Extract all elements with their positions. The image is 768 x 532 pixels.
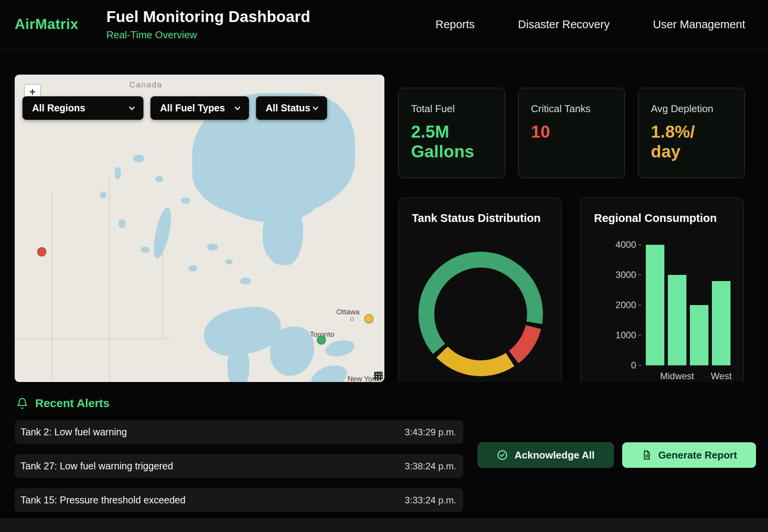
bar-0 <box>646 245 664 365</box>
bar-group <box>646 245 664 365</box>
region-filter-dropdown[interactable]: All Regions <box>22 96 143 120</box>
charts-row: Tank Status Distribution Regional Consum… <box>398 198 745 382</box>
acknowledge-all-label: Acknowledge All <box>514 449 594 461</box>
stat-label: Total Fuel <box>411 103 494 115</box>
small-lake <box>133 155 144 162</box>
chevron-down-icon <box>128 104 136 113</box>
map-label-country: Canada <box>129 80 162 89</box>
chart-title: Tank Status Distribution <box>412 212 541 225</box>
map-marker-normal[interactable] <box>317 336 326 344</box>
small-lake <box>225 259 233 264</box>
app-header: AirMatrix Fuel Monitoring Dashboard Real… <box>0 0 768 49</box>
lake-huron <box>270 327 314 376</box>
x-tick-label: Midwest <box>660 371 694 382</box>
small-lake <box>114 167 121 179</box>
small-lake <box>240 278 251 285</box>
lake-ontario <box>324 338 356 359</box>
stats-row: Total Fuel 2.5M Gallons Critical Tanks 1… <box>398 88 745 178</box>
alert-timestamp: 3:33:24 p.m. <box>405 495 456 506</box>
map-filters: All Regions All Fuel Types All Status <box>22 96 327 120</box>
tank-status-donut <box>418 252 543 376</box>
y-tick-label: 2000 <box>616 300 641 310</box>
nav-user-management[interactable]: User Management <box>653 18 745 31</box>
status-filter-value: All Status <box>266 102 310 114</box>
map[interactable]: Canada Ottawa Toronto New York + − All R… <box>15 75 384 382</box>
bell-icon <box>16 397 28 409</box>
alert-message: Tank 15: Pressure threshold exceeded <box>20 494 186 506</box>
small-lake <box>181 198 190 204</box>
small-lake <box>155 176 163 182</box>
lake-erie <box>308 361 350 382</box>
check-circle-icon <box>497 449 508 461</box>
province-border <box>52 191 53 382</box>
lake-michigan <box>227 345 249 382</box>
fuel-type-filter-dropdown[interactable]: All Fuel Types <box>150 96 249 120</box>
alert-timestamp: 3:43:29 p.m. <box>405 427 456 438</box>
stat-card-total-fuel: Total Fuel 2.5M Gallons <box>398 88 505 178</box>
small-lake <box>140 247 150 253</box>
page-subtitle: Real-Time Overview <box>106 29 310 41</box>
alert-row: Tank 2: Low fuel warning 3:43:29 p.m. <box>15 420 463 444</box>
tank-status-card: Tank Status Distribution <box>398 198 561 382</box>
y-tick-label: 1000 <box>616 330 641 341</box>
stat-card-avg-depletion: Avg Depletion 1.8%/ day <box>638 88 745 178</box>
map-label-ottawa: Ottawa <box>336 308 360 316</box>
resize-grip-icon[interactable] <box>374 372 383 380</box>
alert-timestamp: 3:38:24 p.m. <box>405 461 456 472</box>
province-border <box>162 250 163 339</box>
small-lake <box>100 191 106 198</box>
map-marker-critical[interactable] <box>37 247 46 256</box>
small-lake <box>118 219 126 228</box>
stat-value-critical-tanks: 10 <box>531 122 614 142</box>
generate-report-label: Generate Report <box>658 449 737 461</box>
us-canada-border <box>15 338 170 339</box>
alerts-heading-label: Recent Alerts <box>35 397 109 410</box>
bar-yaxis: 01000200030004000 <box>581 245 641 365</box>
document-icon <box>641 450 652 460</box>
fuel-type-filter-value: All Fuel Types <box>160 102 225 114</box>
bar-1 <box>668 275 686 365</box>
title-block: Fuel Monitoring Dashboard Real-Time Over… <box>106 8 310 41</box>
chevron-down-icon <box>233 104 242 113</box>
nav-disaster-recovery[interactable]: Disaster Recovery <box>518 18 610 31</box>
bar-group: West <box>712 245 730 365</box>
main-nav: Reports Disaster Recovery User Managemen… <box>435 18 745 31</box>
generate-report-button[interactable]: Generate Report <box>622 442 756 468</box>
stat-value-avg-depletion: 1.8%/ day <box>651 122 734 161</box>
stat-label: Critical Tanks <box>531 103 614 115</box>
page-title: Fuel Monitoring Dashboard <box>106 8 310 26</box>
nav-reports[interactable]: Reports <box>435 18 475 31</box>
acknowledge-all-button[interactable]: Acknowledge All <box>478 442 614 468</box>
status-filter-dropdown[interactable]: All Status <box>256 96 327 120</box>
regional-consumption-card: Regional Consumption 01000200030004000 M… <box>580 198 744 382</box>
small-lake <box>207 244 218 250</box>
alerts-heading: Recent Alerts <box>16 397 109 410</box>
bar-group <box>690 245 708 365</box>
small-lake <box>188 265 197 271</box>
alert-row: Tank 15: Pressure threshold exceeded 3:3… <box>15 488 463 512</box>
stat-value-total-fuel: 2.5M Gallons <box>411 122 494 161</box>
alert-row: Tank 27: Low fuel warning triggered 3:38… <box>15 454 463 478</box>
y-tick-label: 4000 <box>616 239 641 250</box>
ottawa-town-dot <box>350 317 354 321</box>
fuel-monitoring-dashboard: AirMatrix Fuel Monitoring Dashboard Real… <box>0 0 768 532</box>
james-bay <box>263 204 303 265</box>
alert-message: Tank 2: Low fuel warning <box>20 426 127 438</box>
bar-group: Midwest <box>668 245 686 365</box>
province-border <box>109 176 110 382</box>
chevron-down-icon <box>311 104 320 113</box>
map-marker-warning[interactable] <box>364 314 373 323</box>
bar-plot: MidwestWest <box>646 245 730 365</box>
y-tick-label: 0 <box>631 360 641 371</box>
brand-logo[interactable]: AirMatrix <box>15 16 79 32</box>
bar-3 <box>712 281 730 365</box>
footer-strip <box>0 518 768 532</box>
alert-message: Tank 27: Low fuel warning triggered <box>20 460 173 472</box>
regional-consumption-chart: 01000200030004000 MidwestWest <box>581 245 736 365</box>
region-filter-value: All Regions <box>32 102 85 114</box>
x-tick-label: West <box>711 371 732 382</box>
bar-2 <box>690 305 708 365</box>
stat-label: Avg Depletion <box>651 103 734 115</box>
chart-title: Regional Consumption <box>594 212 717 225</box>
stat-card-critical-tanks: Critical Tanks 10 <box>518 88 625 178</box>
